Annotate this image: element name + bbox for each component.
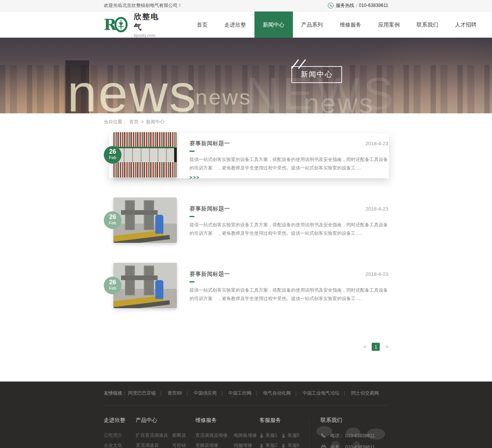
footer-link[interactable]: 公司简介 bbox=[104, 432, 136, 439]
date-month: Feb bbox=[104, 221, 121, 225]
news-row: 26 Feb 赛事新闻标题一 2018-4-23 提供一站式创客实验室的设备工具… bbox=[104, 263, 388, 308]
footer-col-contact: 联系我们 电话： 010-63838611 传真： 010-63838611 地… bbox=[321, 417, 388, 448]
service-hotline: 服务热线：010-63838611 bbox=[328, 2, 388, 9]
nav-item-about[interactable]: 走进欣整 bbox=[216, 12, 254, 38]
breadcrumb-separator: > bbox=[141, 119, 144, 124]
date-day: 26 bbox=[104, 214, 121, 221]
date-month: Feb bbox=[104, 286, 121, 290]
footer-link[interactable]: 直流调速器维修 bbox=[195, 432, 234, 439]
pagination: < 1 > bbox=[104, 328, 388, 351]
footer-col-about: 走进欣整 公司简介 企业文化 发展历程 公司优势 bbox=[104, 417, 136, 448]
nav-item-repair[interactable]: 维修服务 bbox=[331, 12, 370, 38]
link-separator: | bbox=[344, 390, 345, 396]
topbar: 欢迎光临北京欣整锐创电气有限公司！ 服务热线：010-63838611 bbox=[0, 0, 492, 12]
breadcrumb-label: 当前位置： bbox=[104, 119, 127, 124]
navbar: R 欣整电气 bjxzdq.com 首页 走进欣整 新闻中心 产品系列 维修服务… bbox=[0, 12, 492, 38]
plc-image-art bbox=[113, 132, 177, 178]
footer-link[interactable]: 电路板维修 bbox=[234, 432, 257, 439]
main-nav: 首页 走进欣整 新闻中心 产品系列 维修服务 应用案例 联系我们 人才招聘 bbox=[188, 12, 485, 38]
qq-icon bbox=[259, 443, 264, 448]
fax-icon bbox=[321, 444, 327, 448]
friend-link[interactable]: 中国供应商 bbox=[194, 390, 217, 396]
date-badge: 26 Feb bbox=[104, 277, 121, 294]
contact-phone: 电话： 010-63838611 bbox=[321, 432, 388, 440]
link-separator: | bbox=[160, 390, 161, 396]
dash-decoration bbox=[189, 216, 194, 217]
friend-link[interactable]: 中国工业电气论坛 bbox=[303, 390, 339, 396]
slash-decoration bbox=[298, 59, 306, 69]
news-excerpt: 提供一站式创客实验室的设备工具方案，搭配设备的使用说明书及安全指南，同时还配备工… bbox=[189, 155, 388, 172]
news-body: 赛事新闻标题一 2018-4-23 提供一站式创客实验室的设备工具方案，搭配设备… bbox=[189, 263, 388, 303]
footer-col-title: 产品中心 bbox=[136, 417, 195, 424]
news-list: 26 Feb 赛事新闻标题一 2018-4-23 提供一站式创客实验室的设备工具… bbox=[104, 132, 388, 308]
breadcrumb-current: 新闻中心 bbox=[146, 119, 165, 124]
news-more-link[interactable]: >>> bbox=[189, 175, 200, 180]
nav-item-home[interactable]: 首页 bbox=[188, 12, 216, 38]
nav-item-products[interactable]: 产品系列 bbox=[293, 12, 331, 38]
link-separator: | bbox=[186, 390, 188, 396]
footer-link[interactable]: 变频器维修 bbox=[195, 442, 234, 448]
friend-link[interactable]: 中国工控网 bbox=[228, 390, 251, 396]
contact-fax: 传真： 010-63838611 bbox=[321, 444, 388, 448]
qq-service-item[interactable]: 客服6 bbox=[281, 442, 299, 448]
workshop-image-art bbox=[113, 263, 177, 308]
footer: 友情链接： 阿里巴巴店铺| 黄页88| 中国供应商| 中国工控网| 电气自动化网… bbox=[0, 382, 492, 448]
nav-item-cases[interactable]: 应用案例 bbox=[370, 12, 408, 38]
footer-col-title: 客服服务 bbox=[259, 417, 299, 424]
brand-domain: bjxzdq.com bbox=[134, 33, 161, 38]
breadcrumb-home[interactable]: 首页 bbox=[129, 119, 138, 124]
friendship-links: 友情链接： 阿里巴巴店铺| 黄页88| 中国供应商| 中国工控网| 电气自动化网… bbox=[104, 382, 388, 405]
nav-item-contact[interactable]: 联系我们 bbox=[408, 12, 447, 38]
logo[interactable]: R 欣整电气 bjxzdq.com bbox=[104, 12, 161, 38]
news-title[interactable]: 赛事新闻标题一 bbox=[189, 270, 230, 278]
slash-decoration bbox=[291, 59, 299, 69]
footer-link[interactable]: 直流调速器 bbox=[136, 442, 172, 448]
hero-banner: news news NEWS news 新闻中心 bbox=[0, 38, 492, 113]
news-image[interactable] bbox=[113, 197, 177, 243]
nav-item-news[interactable]: 新闻中心 bbox=[254, 12, 293, 38]
qq-service-item[interactable]: 客服1 bbox=[259, 432, 281, 439]
news-excerpt: 提供一站式创客实验室的设备工具方案，搭配设备的使用说明书及安全指南，同时还配备工… bbox=[189, 221, 388, 237]
watermark-news-small: news bbox=[304, 90, 374, 113]
prev-page-button[interactable]: < bbox=[364, 344, 367, 350]
friend-link[interactable]: 电气自动化网 bbox=[263, 390, 291, 396]
news-body: 赛事新闻标题一 2018-4-23 提供一站式创客实验室的设备工具方案，搭配设备… bbox=[189, 197, 388, 237]
qq-service-item[interactable]: 客服2 bbox=[259, 442, 281, 448]
brand-name: 欣整电气 bbox=[134, 12, 161, 32]
footer-col-title: 走进欣整 bbox=[104, 417, 136, 424]
date-badge: 26 Feb bbox=[104, 211, 121, 229]
footer-link[interactable]: 伺服维修 bbox=[234, 442, 257, 448]
news-row: 26 Feb 赛事新闻标题一 2018-4-23 提供一站式创客实验室的设备工具… bbox=[104, 132, 388, 178]
page-number[interactable]: 1 bbox=[372, 343, 380, 351]
news-image[interactable] bbox=[113, 263, 177, 308]
footer-link[interactable]: 扩容直流调速器 bbox=[136, 432, 172, 439]
qq-icon bbox=[281, 433, 286, 438]
news-row: 26 Feb 赛事新闻标题一 2018-4-23 提供一站式创客实验室的设备工具… bbox=[104, 197, 388, 243]
footer-link[interactable]: 可控硅 bbox=[172, 442, 186, 448]
footer-col-service: 客服服务 客服1 客服2 客服3 客服4 客服5 客服6 bbox=[259, 417, 299, 448]
qq-service-item[interactable]: 客服5 bbox=[281, 432, 299, 439]
date-month: Feb bbox=[104, 155, 121, 160]
next-page-button[interactable]: > bbox=[385, 344, 388, 350]
logo-text: 欣整电气 bjxzdq.com bbox=[134, 12, 161, 38]
friend-link[interactable]: 阿土伯交易网 bbox=[351, 390, 379, 396]
news-title[interactable]: 赛事新闻标题一 bbox=[189, 205, 230, 212]
news-title[interactable]: 赛事新闻标题一 bbox=[189, 140, 230, 147]
friend-link[interactable]: 黄页88 bbox=[168, 390, 182, 396]
date-badge: 26 Feb bbox=[104, 146, 121, 164]
footer-link[interactable]: 企业文化 bbox=[104, 442, 136, 448]
friend-link[interactable]: 阿里巴巴店铺 bbox=[128, 390, 156, 396]
nav-item-jobs[interactable]: 人才招聘 bbox=[447, 12, 485, 38]
breadcrumb: 当前位置： 首页 > 新闻中心 bbox=[104, 113, 388, 125]
workshop-image-art bbox=[113, 197, 177, 243]
news-image[interactable] bbox=[113, 132, 177, 178]
date-day: 26 bbox=[104, 279, 121, 286]
news-date: 2018-4-23 bbox=[366, 271, 388, 277]
footer-link[interactable]: 熔断器 bbox=[172, 432, 186, 439]
qq-icon bbox=[281, 443, 286, 448]
dash-decoration bbox=[189, 151, 194, 152]
news-date: 2018-4-23 bbox=[366, 141, 388, 146]
date-day: 26 bbox=[104, 148, 121, 155]
footer-col-products: 产品中心 扩容直流调速器 直流调速器 变频器 电气成套 熔断器 可控硅 散热器 … bbox=[136, 417, 195, 448]
footer-columns: 走进欣整 公司简介 企业文化 发展历程 公司优势 产品中心 扩容直流调速器 直流… bbox=[104, 405, 388, 448]
